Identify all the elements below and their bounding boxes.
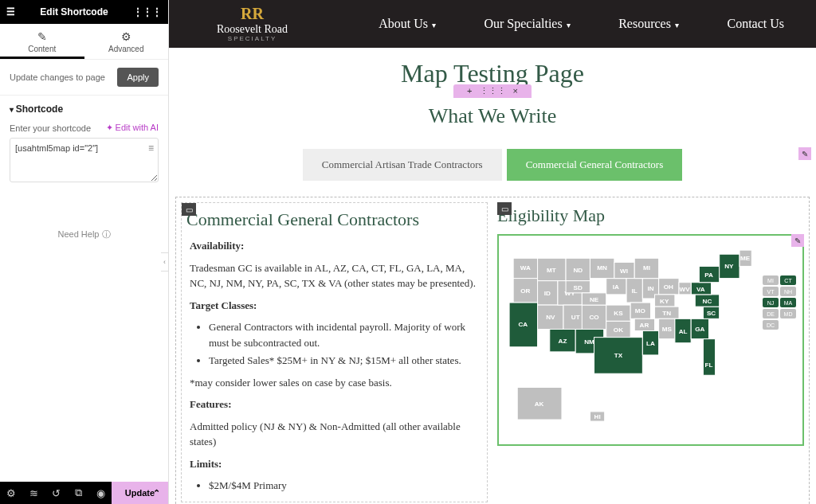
update-button[interactable]: Update⌃ (112, 482, 168, 504)
col1-title: Commercial General Contractors (186, 209, 482, 230)
svg-rect-64 (703, 339, 715, 376)
svg-text:NY: NY (724, 263, 734, 270)
col2-title: Eligibility Map (497, 205, 804, 226)
state-chip-ma[interactable]: MA (780, 298, 796, 307)
svg-text:FL: FL (705, 361, 713, 369)
menu-icon[interactable]: ☰ (6, 6, 15, 18)
svg-text:IA: IA (613, 283, 619, 291)
svg-text:NC: NC (703, 298, 712, 305)
availability-text: Tradesman GC is available in AL, AZ, CA,… (190, 260, 479, 291)
nav-contact[interactable]: Contact Us (727, 17, 784, 31)
shortcode-field-label: Enter your shortcode (10, 123, 91, 133)
eligibility-map[interactable]: ✎ WA OR CA MT ID NV AZ WY (497, 234, 804, 446)
shortcode-input[interactable] (10, 138, 159, 182)
state-chip-nj[interactable]: NJ (763, 298, 779, 307)
target-item: Targeted Sales* $25M+ in NY & NJ; $15M+ … (209, 353, 479, 369)
svg-text:SD: SD (574, 284, 583, 291)
limits-item: $2M/$4M Primary (209, 478, 479, 494)
svg-text:MO: MO (635, 307, 645, 315)
limits-heading: Limits: (190, 458, 222, 470)
svg-text:NE: NE (590, 296, 599, 303)
elementor-panel: ☰ Edit Shortcode ⋮⋮⋮ ✎ Content ⚙ Advance… (0, 0, 169, 504)
svg-text:NV: NV (546, 314, 555, 321)
chevron-down-icon: ▾ (565, 21, 571, 29)
state-chip-mi[interactable]: MI (763, 275, 779, 285)
tab-general[interactable]: Commercial General Contractors (507, 149, 683, 181)
svg-text:AZ: AZ (559, 338, 567, 345)
us-map-svg: WA OR CA MT ID NV AZ WY UT CO NM (505, 242, 796, 436)
dynamic-tags-icon[interactable]: ≡ (148, 143, 154, 154)
nav-about[interactable]: About Us ▾ (379, 17, 436, 31)
tab-artisan[interactable]: Commercial Artisan Trade Contractors (303, 149, 502, 181)
svg-text:IL: IL (632, 287, 638, 295)
tab-content[interactable]: ✎ Content (0, 24, 84, 59)
svg-text:ND: ND (573, 267, 583, 274)
preview-icon[interactable]: ◉ (89, 487, 112, 499)
svg-text:TX: TX (614, 352, 623, 359)
settings-icon[interactable]: ⚙ (0, 487, 22, 499)
svg-text:GA: GA (695, 326, 704, 333)
svg-text:AR: AR (640, 322, 649, 329)
edit-with-ai-link[interactable]: ✦ Edit with AI (106, 123, 159, 133)
state-chip-md[interactable]: MD (780, 309, 796, 318)
drag-icon[interactable]: ⋮⋮⋮ (480, 86, 506, 96)
content-tabs: Commercial Artisan Trade Contractors Com… (175, 149, 810, 181)
editor-footer: ⚙ ≋ ↺ ⧉ ◉ Update⌃ (0, 482, 168, 504)
add-section-icon[interactable]: + (467, 86, 472, 96)
history-icon[interactable]: ↺ (45, 487, 67, 499)
chevron-up-icon[interactable]: ⌃ (153, 488, 160, 498)
section-edit-handle[interactable]: + ⋮⋮⋮ × (453, 84, 532, 98)
state-chip-dc[interactable]: DC (763, 320, 779, 330)
need-help-link[interactable]: Need Help ⓘ (0, 229, 168, 240)
svg-text:CO: CO (589, 314, 598, 321)
svg-text:ID: ID (544, 290, 551, 297)
target-heading: Target Classes: (190, 299, 257, 311)
apply-button[interactable]: Apply (117, 68, 159, 87)
chevron-down-icon: ▾ (430, 21, 437, 29)
svg-text:HI: HI (594, 413, 601, 420)
availability-heading: Availability: (190, 240, 244, 252)
edit-widget-icon[interactable]: ✎ (798, 147, 811, 160)
widget-handle-icon[interactable]: ▭ (182, 203, 196, 216)
section-shortcode[interactable]: Shortcode (0, 96, 168, 119)
target-item: General Contractors with incidental payr… (209, 319, 479, 350)
svg-text:OH: OH (664, 283, 673, 291)
preview-canvas: RR Roosevelt Road SPECIALTY About Us ▾ O… (169, 0, 816, 504)
site-header: RR Roosevelt Road SPECIALTY About Us ▾ O… (169, 0, 816, 48)
svg-text:PA: PA (704, 272, 713, 279)
state-chip-vt[interactable]: VT (763, 287, 779, 296)
svg-text:SC: SC (707, 310, 716, 317)
responsive-icon[interactable]: ⧉ (67, 486, 89, 499)
svg-text:KY: KY (660, 298, 669, 305)
tab-advanced[interactable]: ⚙ Advanced (84, 24, 169, 59)
site-logo[interactable]: RR Roosevelt Road SPECIALTY (217, 6, 288, 42)
svg-text:WI: WI (620, 268, 628, 275)
svg-text:NM: NM (584, 338, 594, 346)
edit-widget-icon[interactable]: ✎ (791, 234, 804, 247)
features-heading: Features: (190, 398, 231, 410)
collapse-panel-icon[interactable]: ‹ (161, 252, 169, 272)
svg-text:WA: WA (520, 264, 531, 272)
gear-icon: ⚙ (84, 30, 169, 43)
navigator-icon[interactable]: ≋ (22, 487, 45, 499)
close-icon[interactable]: × (513, 86, 518, 96)
svg-text:IN: IN (647, 285, 653, 292)
east-coast-labels: MICTVTNHNJMADEMDDC (763, 275, 796, 330)
chevron-down-icon: ▾ (673, 21, 680, 29)
section-heading: What We Write (169, 93, 816, 147)
editor-title: Edit Shortcode (40, 6, 108, 18)
nav-specialties[interactable]: Our Specialties ▾ (484, 17, 571, 31)
state-chip-de[interactable]: DE (763, 309, 779, 318)
update-row: Update changes to page Apply (0, 60, 168, 96)
svg-text:WV: WV (680, 286, 691, 293)
state-chip-nh[interactable]: NH (780, 287, 796, 296)
state-chip-ct[interactable]: CT (780, 275, 796, 285)
editor-header: ☰ Edit Shortcode ⋮⋮⋮ (0, 0, 168, 24)
update-label: Update changes to page (10, 72, 105, 82)
widget-handle-icon[interactable]: ▭ (497, 202, 512, 215)
left-column: ▭ Commercial General Contractors Availab… (181, 202, 488, 502)
nav-resources[interactable]: Resources ▾ (618, 17, 679, 31)
svg-text:MT: MT (547, 267, 556, 274)
grid-icon[interactable]: ⋮⋮⋮ (133, 6, 162, 18)
svg-text:KS: KS (614, 310, 623, 317)
